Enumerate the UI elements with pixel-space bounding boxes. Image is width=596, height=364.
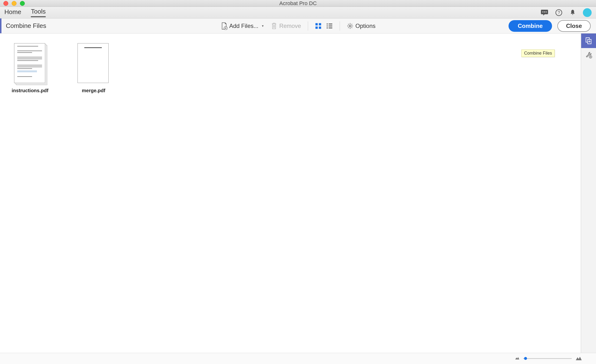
window-close-button[interactable] xyxy=(3,1,8,6)
svg-point-15 xyxy=(327,27,328,28)
file-item[interactable]: instructions.pdf xyxy=(12,43,48,93)
remove-button[interactable]: Remove xyxy=(271,22,301,30)
add-files-label: Add Files... xyxy=(229,23,258,29)
window-minimize-button[interactable] xyxy=(12,1,17,6)
svg-point-13 xyxy=(327,25,328,26)
toolbar-accent xyxy=(0,18,1,33)
svg-text:?: ? xyxy=(558,10,560,15)
options-button[interactable]: Options xyxy=(347,23,376,29)
zoom-in-icon[interactable] xyxy=(575,356,582,362)
comment-icon[interactable] xyxy=(541,9,548,16)
svg-point-2 xyxy=(544,11,545,12)
file-item[interactable]: merge.pdf xyxy=(78,43,110,93)
svg-rect-12 xyxy=(328,24,332,25)
help-icon[interactable]: ? xyxy=(555,9,562,16)
tab-home[interactable]: Home xyxy=(4,8,21,17)
main: instructions.pdf merge.pdf Combine Files xyxy=(0,33,596,353)
svg-point-17 xyxy=(349,25,351,27)
svg-point-11 xyxy=(327,23,328,25)
zoom-slider-thumb[interactable] xyxy=(524,357,527,360)
svg-rect-7 xyxy=(315,23,318,25)
file-thumbnail xyxy=(14,43,46,84)
user-avatar[interactable] xyxy=(583,8,592,17)
combine-files-tool-icon[interactable] xyxy=(581,33,596,48)
file-name: merge.pdf xyxy=(82,88,105,93)
close-button[interactable]: Close xyxy=(557,20,591,32)
remove-label: Remove xyxy=(279,23,301,29)
bell-icon[interactable] xyxy=(569,9,576,16)
svg-rect-8 xyxy=(319,23,321,25)
grid-view-button[interactable] xyxy=(315,23,322,29)
right-sidebar xyxy=(581,33,596,353)
svg-rect-16 xyxy=(328,27,332,28)
svg-rect-10 xyxy=(319,26,321,29)
zoom-out-icon[interactable] xyxy=(515,356,520,361)
divider xyxy=(308,21,308,31)
options-label: Options xyxy=(355,23,376,29)
svg-rect-9 xyxy=(315,26,318,29)
svg-point-3 xyxy=(546,11,547,12)
tooltip: Combine Files xyxy=(521,50,555,57)
tab-tools[interactable]: Tools xyxy=(31,8,46,17)
svg-point-1 xyxy=(542,11,543,12)
tabbar: Home Tools ? xyxy=(0,7,596,18)
zoom-slider[interactable] xyxy=(523,358,572,359)
add-files-button[interactable]: Add Files... ▼ xyxy=(220,22,264,30)
combine-button[interactable]: Combine xyxy=(509,20,552,32)
svg-rect-14 xyxy=(328,25,332,26)
divider xyxy=(340,21,340,31)
list-view-button[interactable] xyxy=(326,23,333,29)
file-name: instructions.pdf xyxy=(12,88,48,93)
tool-config-icon[interactable] xyxy=(581,48,596,63)
file-grid: instructions.pdf merge.pdf xyxy=(0,33,581,353)
dropdown-caret-icon: ▼ xyxy=(261,24,264,28)
footer xyxy=(0,353,596,364)
toolbar: Combine Files Add Files... ▼ Remove xyxy=(0,18,596,33)
titlebar: Acrobat Pro DC xyxy=(0,0,596,7)
window-title: Acrobat Pro DC xyxy=(279,0,317,7)
file-thumbnail xyxy=(78,43,110,84)
window-maximize-button[interactable] xyxy=(20,1,25,6)
toolbar-title: Combine Files xyxy=(6,22,46,30)
